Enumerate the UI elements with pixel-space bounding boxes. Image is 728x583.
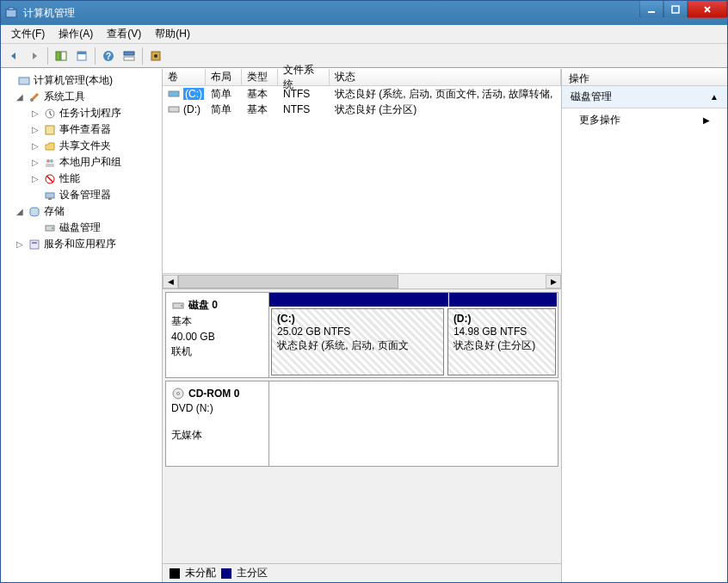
volume-row[interactable]: (C:)简单基本NTFS状态良好 (系统, 启动, 页面文件, 活动, 故障转储… [163,86,561,102]
tree-local-users[interactable]: ▷本地用户和组 [3,154,160,171]
tree-task-scheduler[interactable]: ▷任务计划程序 [3,105,160,121]
disk-row[interactable]: CD-ROM 0DVD (N:)无媒体 [165,381,558,467]
svg-text:?: ? [106,52,111,61]
col-fs[interactable]: 文件系统 [278,69,330,85]
legend-swatch-unallocated [170,568,180,579]
collapse-icon[interactable]: ◢ [15,92,25,102]
partition-label: (C:) [277,313,438,325]
users-icon [43,156,57,170]
svg-rect-7 [77,52,86,54]
volume-status: 状态良好 (主分区) [330,102,561,117]
partition-header-strip [449,293,558,307]
tree-services-apps[interactable]: ▷服务和应用程序 [3,236,160,252]
app-window: 计算机管理 文件(F) 操作(A) 查看(V) 帮助(H) ? 计算机管理(本地… [0,0,728,583]
expand-icon[interactable]: ▷ [30,158,40,167]
partition[interactable]: (C:)25.02 GB NTFS状态良好 (系统, 启动, 页面文 [271,308,444,375]
disk-row[interactable]: 磁盘 0基本40.00 GB联机(C:)25.02 GB NTFS状态良好 (系… [165,292,558,378]
scroll-right-icon[interactable]: ▶ [546,275,561,288]
properties-button[interactable] [72,47,91,65]
expand-icon[interactable]: ▷ [30,174,40,183]
tree-performance[interactable]: ▷性能 [3,171,160,187]
col-volume[interactable]: 卷 [163,69,206,85]
partition-header-strip [269,293,449,307]
volume-list-header[interactable]: 卷 布局 类型 文件系统 状态 [163,69,561,86]
col-type[interactable]: 类型 [242,69,278,85]
partition-status: 状态良好 (系统, 启动, 页面文 [277,338,438,353]
svg-rect-29 [169,91,179,96]
svg-rect-11 [124,57,134,60]
collapse-icon[interactable]: ◢ [15,207,25,216]
svg-rect-0 [6,9,16,17]
back-button[interactable] [4,47,23,65]
window-title: 计算机管理 [23,6,75,21]
volume-type: 基本 [242,102,278,117]
menu-action[interactable]: 操作(A) [52,25,100,43]
nav-tree[interactable]: 计算机管理(本地) ◢系统工具 ▷任务计划程序 ▷事件查看器 ▷共享文件夹 ▷本… [1,69,163,582]
svg-rect-22 [46,193,54,198]
help-button[interactable]: ? [99,47,118,65]
titlebar[interactable]: 计算机管理 [1,1,727,25]
menu-view[interactable]: 查看(V) [100,25,148,43]
settings-button[interactable] [146,47,165,65]
volume-drive: (C:) [183,88,204,100]
close-button[interactable] [688,1,727,18]
show-hide-tree-button[interactable] [52,47,71,65]
col-layout[interactable]: 布局 [206,69,242,85]
horizontal-scrollbar[interactable]: ◀ ▶ [163,273,561,288]
scroll-track[interactable] [178,275,546,288]
volume-row[interactable]: (D:)简单基本NTFS状态良好 (主分区) [163,102,561,117]
actions-more[interactable]: 更多操作 ▶ [562,109,727,132]
svg-rect-20 [46,164,54,167]
disk-info[interactable]: 磁盘 0基本40.00 GB联机 [166,293,269,377]
svg-rect-30 [169,107,179,112]
disk-graphic-pane[interactable]: 磁盘 0基本40.00 GB联机(C:)25.02 GB NTFS状态良好 (系… [163,289,561,563]
menubar: 文件(F) 操作(A) 查看(V) 帮助(H) [1,25,727,44]
tree-shared-folders[interactable]: ▷共享文件夹 [3,138,160,154]
col-status[interactable]: 状态 [330,69,561,85]
volume-list[interactable]: 卷 布局 类型 文件系统 状态 (C:)简单基本NTFS状态良好 (系统, 启动… [163,69,561,289]
tree-event-viewer[interactable]: ▷事件查看器 [3,121,160,138]
toolbar-separator [47,47,48,65]
expand-icon[interactable]: ▷ [30,109,40,118]
device-icon [43,189,57,202]
tree-storage[interactable]: ◢存储 [3,203,160,220]
tree-root[interactable]: 计算机管理(本地) [3,72,160,89]
menu-help[interactable]: 帮助(H) [148,25,197,43]
legend-swatch-primary [221,568,231,579]
event-icon [43,123,57,137]
scroll-thumb[interactable] [178,275,398,288]
volume-layout: 简单 [206,87,242,102]
drive-icon [168,89,180,99]
submenu-arrow-icon: ▶ [703,115,710,125]
disk-kind: DVD (N:) [171,402,263,414]
clock-icon [43,107,57,121]
expand-icon[interactable]: ▷ [15,239,25,249]
actions-group-disk[interactable]: 磁盘管理 ▲ [562,86,727,109]
svg-rect-2 [648,11,655,13]
disk-size: 40.00 GB [171,331,263,343]
svg-rect-1 [9,8,14,9]
tree-device-manager[interactable]: 设备管理器 [3,187,160,203]
svg-point-26 [52,227,53,229]
volume-fs: NTFS [278,88,330,100]
tree-system-tools[interactable]: ◢系统工具 [3,89,160,105]
forward-button[interactable] [25,47,44,65]
svg-rect-5 [61,52,66,60]
perf-icon [43,172,57,186]
minimize-button[interactable] [639,1,663,18]
view-top-button[interactable] [120,47,139,65]
disk-info[interactable]: CD-ROM 0DVD (N:)无媒体 [166,381,269,466]
disk-icon [43,221,57,235]
disk-state: 无媒体 [171,428,263,443]
actions-pane: 操作 磁盘管理 ▲ 更多操作 ▶ [562,69,727,582]
disk-icon [171,387,185,400]
svg-rect-27 [30,240,39,249]
expand-icon[interactable]: ▷ [30,125,40,134]
partition[interactable]: (D:)14.98 GB NTFS状态良好 (主分区) [447,308,556,375]
collapse-arrow-icon: ▲ [710,92,719,102]
menu-file[interactable]: 文件(F) [4,25,52,43]
scroll-left-icon[interactable]: ◀ [163,275,178,288]
tree-disk-management[interactable]: 磁盘管理 [3,220,160,236]
maximize-button[interactable] [663,1,688,18]
expand-icon[interactable]: ▷ [30,141,40,151]
